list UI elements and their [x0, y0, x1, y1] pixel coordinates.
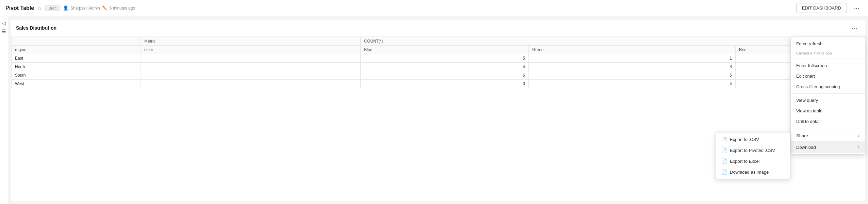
pivoted-csv-file-icon: 📄 — [721, 147, 727, 153]
image-file-icon: 📄 — [721, 169, 727, 175]
user-icon: 👤 — [63, 5, 68, 11]
submenu-export-excel[interactable]: 📄 Export to Excel — [716, 156, 790, 167]
sidebar-toggle[interactable]: ◁ ☰ — [0, 16, 8, 204]
table-row: East 5 1 — [12, 54, 865, 63]
edit-dashboard-button[interactable]: EDIT DASHBOARD — [796, 3, 847, 13]
menu-divider-2 — [791, 93, 865, 94]
menu-item-force-refresh[interactable]: Force refresh — [791, 38, 865, 49]
cell-region-west: West — [12, 80, 141, 88]
menu-item-fullscreen[interactable]: Enter fullscreen — [791, 60, 865, 71]
cell-color-west — [141, 80, 361, 88]
menu-item-drill-to-detail[interactable]: Drill to detail — [791, 116, 865, 127]
th-metric: Metric — [141, 37, 361, 46]
sidebar-filter-icon: ☰ — [2, 29, 6, 34]
chart-kebab-button[interactable]: ⋯ — [849, 23, 860, 33]
cell-region-east: East — [12, 54, 141, 63]
pivot-table-container: Metric COUNT(*) region color Blue Green … — [11, 37, 865, 88]
kebab-menu-button[interactable]: ⋯ — [850, 3, 863, 14]
chart-title: Sales Distribution — [16, 25, 56, 31]
cell-region-north: North — [12, 63, 141, 71]
sidebar-arrow-icon: ◁ — [2, 20, 6, 26]
edit-icon: ✏️ — [102, 5, 108, 11]
cell-region-south: South — [12, 71, 141, 80]
menu-item-edit-chart[interactable]: Edit chart — [791, 71, 865, 81]
cell-blue-east: 5 — [361, 54, 529, 63]
table-row: West 3 4 — [12, 80, 865, 88]
cell-green-east: 1 — [529, 54, 736, 63]
th-count: COUNT(*) — [361, 37, 865, 46]
menu-divider-1 — [791, 59, 865, 59]
th-color: color — [141, 46, 361, 54]
meta-info: 👤 Sharpsell Admin ✏️ 6 minutes ago — [63, 5, 135, 11]
cell-color-south — [141, 71, 361, 80]
cell-blue-north: 4 — [361, 63, 529, 71]
table-row: South 6 5 — [12, 71, 865, 80]
excel-file-icon: 📄 — [721, 158, 727, 164]
menu-divider-3 — [791, 128, 865, 128]
menu-item-download[interactable]: Download › — [791, 141, 865, 153]
menu-cached-info: Cached a minute ago — [791, 49, 865, 57]
cell-blue-south: 6 — [361, 71, 529, 80]
top-bar: Pivot Table ☆ Draft 👤 Sharpsell Admin ✏️… — [0, 0, 868, 16]
menu-item-share[interactable]: Share › — [791, 130, 865, 141]
cell-blue-west: 3 — [361, 80, 529, 88]
cell-green-south: 5 — [529, 71, 736, 80]
cell-color-north — [141, 63, 361, 71]
th-green: Green — [529, 46, 736, 54]
menu-item-view-query[interactable]: View query — [791, 95, 865, 106]
context-menu: Force refresh Cached a minute ago Enter … — [790, 37, 865, 155]
menu-item-cross-filtering[interactable]: Cross-filtering scoping — [791, 81, 865, 92]
chart-header: Sales Distribution ⋯ — [11, 19, 865, 37]
draft-badge: Draft — [45, 5, 60, 11]
submenu-download-image[interactable]: 📄 Download as image — [716, 167, 790, 177]
csv-file-icon: 📄 — [721, 137, 727, 142]
cell-green-west: 4 — [529, 80, 736, 88]
th-empty — [12, 37, 141, 46]
th-region: region — [12, 46, 141, 54]
submenu-export-pivoted-csv[interactable]: 📄 Export to Pivoted .CSV — [716, 145, 790, 156]
page-title: Pivot Table — [5, 5, 34, 11]
user-name: Sharpsell Admin — [70, 6, 100, 11]
download-chevron-icon: › — [858, 144, 859, 150]
share-chevron-icon: › — [858, 132, 859, 139]
cell-color-east — [141, 54, 361, 63]
download-submenu: 📄 Export to .CSV 📄 Export to Pivoted .CS… — [716, 132, 790, 179]
cell-green-north: 3 — [529, 63, 736, 71]
submenu-export-csv[interactable]: 📄 Export to .CSV — [716, 134, 790, 145]
favorite-icon[interactable]: ☆ — [37, 5, 42, 11]
main-area: ◁ ☰ Sales Distribution ⋯ Metric COUNT(*)… — [0, 16, 868, 204]
table-row: North 4 3 — [12, 63, 865, 71]
pivot-table: Metric COUNT(*) region color Blue Green … — [11, 37, 865, 88]
menu-item-view-as-table[interactable]: View as table — [791, 106, 865, 116]
th-blue: Blue — [361, 46, 529, 54]
time-ago: 6 minutes ago — [110, 6, 135, 11]
